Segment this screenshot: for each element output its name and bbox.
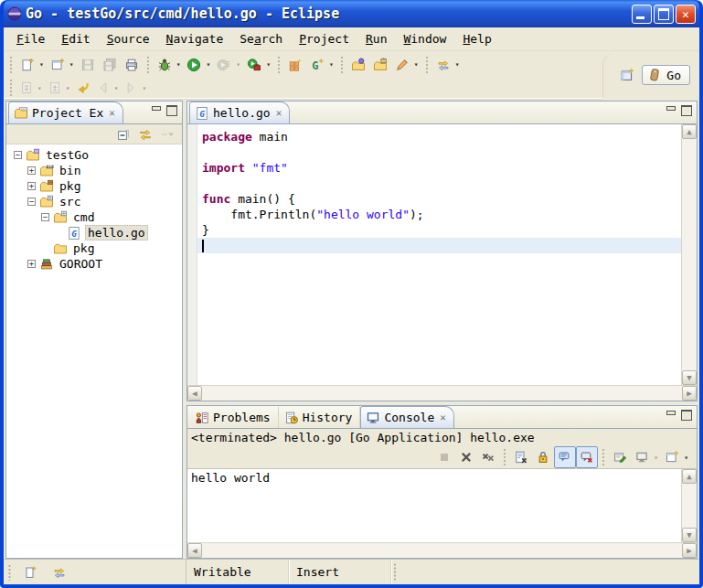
back-button[interactable] (93, 79, 113, 97)
code-editor[interactable]: package main import "fmt" func main() { … (197, 124, 681, 385)
run-history-button[interactable] (213, 54, 235, 76)
menu-window[interactable]: Window (396, 29, 453, 48)
menu-search[interactable]: Search (232, 29, 290, 48)
maximize-editor-button[interactable] (681, 105, 691, 114)
scroll-down-icon[interactable]: ▼ (682, 370, 697, 385)
display-console-button[interactable] (631, 446, 653, 468)
fastview-grip[interactable] (7, 564, 12, 581)
tree-expander-icon[interactable]: + (27, 182, 36, 190)
debug-button-dropdown[interactable]: ▾ (176, 60, 184, 69)
close-view-icon[interactable]: ✕ (107, 107, 115, 119)
new-wizard-button-dropdown[interactable]: ▾ (38, 60, 47, 69)
console-horizontal-scrollbar[interactable]: ◀ ▶ (187, 542, 697, 558)
new-go-element-button[interactable]: G (306, 54, 328, 76)
menu-edit[interactable]: Edit (54, 29, 97, 48)
show-stderr-button[interactable] (576, 446, 598, 468)
tree-item-bin[interactable]: +010bin (6, 163, 182, 178)
clear-console-button[interactable] (510, 446, 532, 468)
tree-item-src[interactable]: −src (6, 194, 182, 209)
console-vertical-scrollbar[interactable]: ▲ ▼ (681, 469, 697, 542)
scroll-right-icon[interactable]: ▶ (682, 386, 697, 401)
open-console-button-dropdown[interactable]: ▾ (683, 454, 691, 462)
forward-button-dropdown[interactable]: ▾ (141, 84, 149, 92)
tree-item-pkg[interactable]: +pkg (6, 178, 182, 194)
tree-expander-icon[interactable]: − (14, 151, 22, 159)
last-edit-location-button[interactable] (73, 79, 93, 97)
tree-expander-icon[interactable]: + (27, 260, 36, 268)
tree-expander-icon[interactable]: − (27, 198, 36, 206)
new-view-button[interactable] (47, 54, 69, 76)
fast-view-button[interactable] (19, 561, 41, 583)
search-button-dropdown[interactable]: ▾ (413, 60, 421, 69)
import-button[interactable] (347, 54, 369, 76)
tab-problems[interactable]: Problems (189, 406, 279, 428)
link-with-editor-button-dropdown[interactable]: ▾ (454, 60, 463, 69)
fastview-link-button[interactable] (48, 561, 70, 583)
scroll-left-icon[interactable]: ◀ (187, 386, 202, 401)
open-perspective-button[interactable] (616, 64, 638, 86)
forward-button[interactable] (121, 79, 141, 97)
menu-run[interactable]: Run (358, 29, 394, 48)
remove-all-launches-button[interactable] (477, 446, 499, 468)
prev-annotation-button[interactable] (45, 79, 65, 97)
maximize-view-button[interactable] (166, 105, 176, 114)
scroll-up-icon[interactable]: ▲ (682, 469, 697, 484)
run-button[interactable] (183, 54, 205, 76)
tree-item-testGo[interactable]: −testGo (6, 147, 182, 163)
run-history-button-dropdown[interactable]: ▾ (235, 60, 243, 69)
display-console-button-dropdown[interactable]: ▾ (653, 454, 661, 462)
tree-item-cmd[interactable]: −cmd (6, 209, 182, 225)
menu-project[interactable]: Project (292, 29, 357, 48)
save-all-button[interactable] (99, 54, 121, 76)
remove-launch-button[interactable] (455, 446, 477, 468)
close-button[interactable] (676, 5, 696, 24)
external-tools-button-dropdown[interactable]: ▾ (265, 60, 273, 69)
menu-navigate[interactable]: Navigate (159, 29, 231, 48)
new-view-button-dropdown[interactable]: ▾ (69, 60, 77, 69)
scroll-down-icon[interactable]: ▼ (682, 528, 697, 542)
minimize-view-button[interactable] (666, 410, 676, 419)
tree-item-hello.go[interactable]: Ghello.go (6, 225, 182, 241)
tab-history[interactable]: History (279, 406, 361, 428)
external-tools-button[interactable] (243, 54, 265, 76)
menu-file[interactable]: File (9, 29, 52, 48)
save-button[interactable] (77, 54, 99, 76)
maximize-view-button[interactable] (681, 410, 691, 419)
editor-vertical-scrollbar[interactable]: ▲ ▼ (681, 124, 697, 385)
scroll-lock-button[interactable] (532, 446, 554, 468)
collapse-all-button[interactable] (112, 123, 134, 145)
scroll-up-icon[interactable]: ▲ (682, 124, 697, 139)
scroll-left-icon[interactable]: ◀ (187, 543, 202, 558)
new-go-element-button-dropdown[interactable]: ▾ (328, 60, 336, 69)
next-annotation-button[interactable] (16, 79, 37, 97)
tab-project-explorer[interactable]: Project Ex ✕ (8, 102, 123, 123)
minimize-editor-button[interactable] (666, 105, 676, 114)
editor-horizontal-scrollbar[interactable]: ◀ ▶ (187, 385, 697, 401)
menu-help[interactable]: Help (455, 29, 498, 48)
scroll-right-icon[interactable]: ▶ (682, 543, 697, 558)
run-button-dropdown[interactable]: ▾ (205, 60, 213, 69)
tree-expander-icon[interactable]: + (27, 166, 36, 175)
tree-expander-icon[interactable]: − (41, 213, 49, 221)
next-annotation-button-dropdown[interactable]: ▾ (37, 84, 45, 92)
console-output[interactable]: hello world (187, 469, 681, 542)
close-editor-icon[interactable]: ✕ (274, 107, 282, 119)
export-button[interactable] (369, 54, 391, 76)
terminate-button[interactable] (433, 446, 455, 468)
menu-source[interactable]: Source (100, 29, 157, 48)
tab-console[interactable]: Console✕ (360, 406, 453, 428)
minimize-view-button[interactable] (151, 105, 161, 114)
debug-button[interactable] (154, 54, 176, 76)
link-editor-button[interactable] (134, 123, 156, 145)
view-menu-button[interactable] (156, 123, 178, 145)
new-go-project-button[interactable] (284, 54, 306, 76)
back-button-dropdown[interactable]: ▾ (113, 84, 122, 92)
search-button[interactable] (391, 54, 413, 76)
tree-item-pkg[interactable]: pkg (6, 241, 182, 256)
new-wizard-button[interactable] (16, 54, 38, 76)
close-view-icon[interactable]: ✕ (438, 412, 446, 423)
open-console-button[interactable] (661, 446, 683, 468)
tab-editor-hello-go[interactable]: G hello.go ✕ (189, 102, 290, 123)
go-perspective-button[interactable]: Go (642, 65, 690, 85)
pin-console-button[interactable] (609, 446, 631, 468)
